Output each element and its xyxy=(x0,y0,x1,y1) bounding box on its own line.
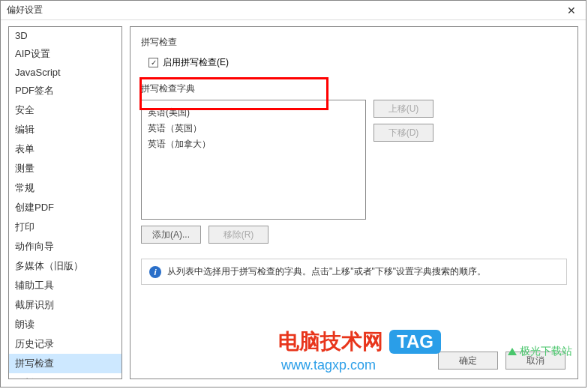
dictionary-item[interactable]: 英语(美国) xyxy=(148,105,359,121)
info-bar: i 从列表中选择用于拼写检查的字典。点击"上移"或者"下移"设置字典搜索的顺序。 xyxy=(141,259,567,285)
spellcheck-group-label: 拼写检查 xyxy=(141,36,567,49)
sidebar-item[interactable]: 测量 xyxy=(9,159,122,178)
dictionary-item[interactable]: 英语（加拿大） xyxy=(148,136,359,152)
sidebar-item[interactable]: PDF签名 xyxy=(9,81,122,100)
sidebar-item[interactable]: 多媒体（旧版） xyxy=(9,256,122,276)
ok-button[interactable]: 确定 xyxy=(438,352,498,370)
dialog-footer-buttons: 确定 取消 xyxy=(438,352,566,370)
dictionary-group-label: 拼写检查字典 xyxy=(141,82,567,95)
category-sidebar[interactable]: 3DAIP设置JavaScriptPDF签名安全编辑表单测量常规创建PDF打印动… xyxy=(8,26,122,379)
sidebar-item[interactable]: JavaScript xyxy=(9,64,122,81)
sidebar-item[interactable]: 拼写检查 xyxy=(9,354,122,373)
sidebar-item[interactable]: 3D xyxy=(9,27,122,44)
cancel-button[interactable]: 取消 xyxy=(506,352,566,370)
sidebar-item[interactable]: 打印 xyxy=(9,217,122,237)
enable-spellcheck-label: 启用拼写检查(E) xyxy=(163,56,229,69)
content-area: 3DAIP设置JavaScriptPDF签名安全编辑表单测量常规创建PDF打印动… xyxy=(1,20,586,387)
sidebar-item[interactable]: 截屏识别 xyxy=(9,295,122,315)
close-button[interactable]: ✕ xyxy=(562,3,581,18)
sidebar-item[interactable]: AIP设置 xyxy=(9,44,122,64)
sidebar-item[interactable]: 编辑 xyxy=(9,120,122,139)
titlebar: 偏好设置 ✕ xyxy=(1,1,586,20)
sidebar-item[interactable]: 安全 xyxy=(9,100,122,120)
sidebar-item[interactable]: 辅助工具 xyxy=(9,276,122,295)
dictionary-item[interactable]: 英语（英国） xyxy=(148,121,359,136)
info-icon: i xyxy=(149,266,161,278)
window-title: 偏好设置 xyxy=(7,4,43,16)
sidebar-item[interactable]: 表单 xyxy=(9,139,122,159)
preferences-window: 偏好设置 ✕ 3DAIP设置JavaScriptPDF签名安全编辑表单测量常规创… xyxy=(0,0,586,388)
main-panel: 拼写检查 ✓ 启用拼写检查(E) 拼写检查字典 英语(美国)英语（英国）英语（加… xyxy=(130,26,578,379)
sidebar-item[interactable]: 平板 xyxy=(9,373,122,379)
enable-spellcheck-checkbox[interactable]: ✓ xyxy=(148,58,158,67)
dictionary-area: 英语(美国)英语（英国）英语（加拿大） 上移(U) 下移(D) xyxy=(141,100,567,220)
dictionary-manage-buttons: 添加(A)... 移除(R) xyxy=(141,226,567,244)
dictionary-list[interactable]: 英语(美国)英语（英国）英语（加拿大） xyxy=(141,100,366,220)
sidebar-item[interactable]: 常规 xyxy=(9,178,122,198)
move-down-button[interactable]: 下移(D) xyxy=(374,124,434,142)
sidebar-item[interactable]: 动作向导 xyxy=(9,237,122,256)
add-dictionary-button[interactable]: 添加(A)... xyxy=(141,226,201,244)
move-up-button[interactable]: 上移(U) xyxy=(374,100,434,118)
dictionary-order-buttons: 上移(U) 下移(D) xyxy=(374,100,434,220)
remove-dictionary-button[interactable]: 移除(R) xyxy=(208,226,268,244)
info-text: 从列表中选择用于拼写检查的字典。点击"上移"或者"下移"设置字典搜索的顺序。 xyxy=(167,265,486,278)
sidebar-item[interactable]: 历史记录 xyxy=(9,334,122,354)
close-icon: ✕ xyxy=(567,4,576,16)
sidebar-item[interactable]: 创建PDF xyxy=(9,198,122,217)
sidebar-item[interactable]: 朗读 xyxy=(9,315,122,334)
enable-spellcheck-row[interactable]: ✓ 启用拼写检查(E) xyxy=(141,53,567,72)
